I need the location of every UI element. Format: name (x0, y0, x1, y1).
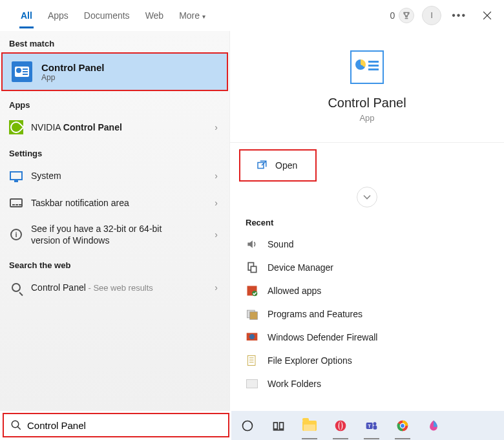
apps-header: Apps (0, 92, 229, 114)
settings-header: Settings (0, 141, 229, 162)
recent-defender-firewall[interactable]: Windows Defender Firewall (230, 326, 504, 349)
taskbar-chrome[interactable] (393, 416, 412, 435)
setting-taskbar-notification[interactable]: Taskbar notification area › (0, 189, 229, 216)
chevron-down-icon: ▾ (202, 13, 205, 20)
setting-system[interactable]: System › (0, 162, 229, 189)
svg-rect-13 (280, 423, 284, 429)
svg-point-11 (243, 421, 253, 430)
web-result[interactable]: Control Panel - See web results › (0, 274, 229, 301)
taskbar-explorer[interactable] (300, 416, 319, 435)
chevron-right-icon: › (215, 198, 218, 208)
best-match-result[interactable]: Control Panel App (1, 52, 228, 91)
search-web-header: Search the web (0, 253, 229, 274)
search-icon (9, 280, 23, 295)
search-box[interactable] (3, 413, 229, 437)
recent-work-folders[interactable]: Work Folders (230, 372, 504, 395)
chevron-right-icon: › (215, 229, 218, 240)
svg-rect-20 (373, 425, 377, 430)
chevron-right-icon: › (215, 171, 218, 181)
recent-device-manager[interactable]: Device Manager (230, 256, 504, 279)
preview-sub: App (230, 113, 504, 123)
device-icon (246, 261, 258, 274)
chevron-right-icon: › (215, 122, 218, 132)
speaker-icon (246, 238, 258, 251)
recent-allowed-apps[interactable]: Allowed apps (230, 279, 504, 302)
best-match-title: Control Panel (41, 62, 105, 73)
folder-options-icon (246, 354, 258, 367)
user-avatar[interactable]: I (422, 6, 441, 25)
best-match-header: Best match (0, 31, 229, 52)
firewall-app-icon (246, 284, 258, 297)
open-icon (256, 160, 268, 171)
svg-point-10 (12, 421, 19, 428)
svg-text:T: T (368, 423, 371, 428)
recent-file-explorer-options[interactable]: File Explorer Options (230, 349, 504, 372)
control-panel-large-icon (350, 50, 384, 84)
monitor-icon (9, 169, 23, 183)
search-input[interactable] (27, 420, 222, 431)
search-icon (10, 419, 22, 431)
svg-point-23 (401, 424, 404, 428)
svg-rect-9 (247, 356, 255, 366)
tab-web[interactable]: Web (138, 3, 172, 28)
taskbar: T (231, 411, 504, 440)
app-result-nvidia[interactable]: NVIDIA Control Panel › (0, 114, 229, 141)
preview-title: Control Panel (230, 96, 504, 110)
svg-rect-6 (250, 312, 258, 320)
tab-all[interactable]: All (13, 3, 40, 28)
results-pane: Best match Control Panel App Apps NVIDIA… (0, 31, 229, 411)
setting-bit-version[interactable]: i See if you have a 32-bit or 64-bit ver… (0, 216, 229, 253)
programs-icon (246, 308, 258, 320)
taskbar-icon (9, 196, 23, 210)
folder-icon (246, 377, 258, 390)
svg-rect-0 (258, 163, 264, 169)
chevron-right-icon: › (215, 282, 218, 293)
firewall-icon (246, 331, 258, 344)
tab-more[interactable]: More▾ (171, 3, 213, 28)
tab-apps[interactable]: Apps (40, 3, 76, 28)
svg-rect-2 (251, 266, 256, 272)
recent-sound[interactable]: Sound (230, 233, 504, 256)
svg-point-8 (249, 334, 255, 339)
preview-pane: Control Panel App Open Recent Sound Devi… (229, 31, 504, 411)
nvidia-icon (9, 120, 23, 134)
rewards-points[interactable]: 0 (390, 8, 414, 23)
taskbar-paint[interactable] (424, 416, 443, 435)
taskbar-taskview[interactable] (269, 416, 288, 435)
trophy-icon (399, 8, 414, 23)
more-options-button[interactable]: ••• (449, 10, 469, 21)
taskbar-opera[interactable] (331, 416, 350, 435)
taskbar-teams[interactable]: T (362, 416, 381, 435)
svg-point-16 (339, 421, 342, 430)
taskbar-cortana[interactable] (238, 416, 257, 435)
svg-rect-12 (274, 423, 278, 429)
open-action[interactable]: Open (239, 149, 317, 182)
control-panel-icon (12, 61, 32, 82)
tab-documents[interactable]: Documents (76, 3, 138, 28)
best-match-sub: App (41, 73, 105, 82)
close-button[interactable] (477, 5, 498, 26)
recent-header: Recent (230, 207, 504, 233)
expand-actions[interactable] (357, 187, 377, 207)
recent-programs-features[interactable]: Programs and Features (230, 302, 504, 326)
svg-point-19 (373, 422, 377, 425)
info-icon: i (9, 227, 23, 242)
